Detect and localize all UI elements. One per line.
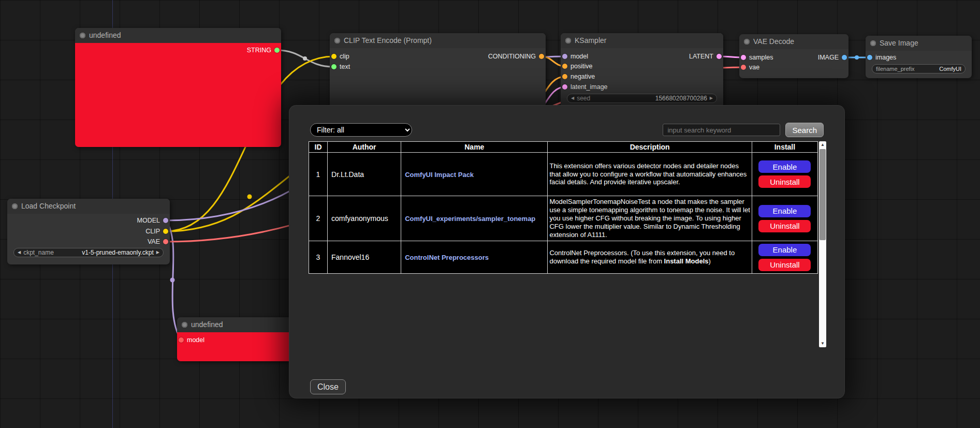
close-button[interactable]: Close <box>310 379 346 394</box>
search-button[interactable]: Search <box>785 123 824 137</box>
node-save-image[interactable]: Save Image images filename_prefix ComfyU… <box>866 36 972 78</box>
node-title: VAE Decode <box>753 37 794 46</box>
output-dot-conditioning[interactable] <box>539 54 544 59</box>
seed-widget[interactable]: ◀ seed 156680208700286 ▶ <box>567 94 717 103</box>
extension-table: ID Author Name Description Install 1 Dr.… <box>309 141 818 274</box>
output-dot-image[interactable] <box>842 55 847 60</box>
input-dot-images[interactable] <box>867 55 872 60</box>
table-row: 1 Dr.Lt.Data ComfyUI Impact Pack This ex… <box>309 153 818 196</box>
input-dot-negative[interactable] <box>562 74 567 79</box>
output-dot-model[interactable] <box>163 218 168 223</box>
widget-label: ckpt_name <box>23 249 54 256</box>
filename-prefix-widget[interactable]: filename_prefix ComfyUI <box>872 64 966 73</box>
ckpt-name-widget[interactable]: ◀ ckpt_name v1-5-pruned-emaonly.ckpt ▶ <box>13 248 164 257</box>
increment-arrow-icon[interactable]: ▶ <box>710 96 713 100</box>
enable-button[interactable]: Enable <box>758 160 811 173</box>
node-vae-decode[interactable]: VAE Decode samples vae IMAGE <box>739 34 849 78</box>
slot-label: VAE <box>148 238 160 245</box>
output-slot-vae[interactable]: VAE <box>148 237 168 246</box>
input-dot-text[interactable] <box>331 64 337 69</box>
slot-label: vae <box>749 64 759 71</box>
extension-author: comfyanonymous <box>328 196 401 241</box>
header-install: Install <box>752 142 817 153</box>
extension-id: 3 <box>309 241 328 274</box>
node-title-bar[interactable]: Load Checkpoint <box>7 199 170 214</box>
node-title-bar[interactable]: VAE Decode <box>739 34 849 49</box>
input-slot-clip[interactable]: clip <box>331 52 349 61</box>
header-name: Name <box>401 142 548 153</box>
input-slot-vae[interactable]: vae <box>741 63 759 72</box>
input-dot-vae[interactable] <box>741 65 746 70</box>
scrollbar[interactable]: ▲ ▼ <box>819 141 826 347</box>
input-dot-samples[interactable] <box>741 55 746 60</box>
node-ksampler[interactable]: KSampler model positive negative latent_… <box>561 33 723 108</box>
collapse-dot-icon[interactable] <box>12 203 18 209</box>
node-title-bar[interactable]: CLIP Text Encode (Prompt) <box>330 33 546 48</box>
extension-description: ModelSamplerTonemapNoiseTest a node that… <box>548 196 752 241</box>
output-slot-latent[interactable]: LATENT <box>689 52 722 61</box>
search-input[interactable] <box>663 124 780 136</box>
input-slot-negative[interactable]: negative <box>562 72 595 81</box>
node-undefined-top[interactable]: undefined STRING <box>75 28 281 147</box>
node-canvas[interactable]: undefined STRING CLIP Text Encode (Promp… <box>0 0 980 428</box>
extension-description: ControlNet Preprocessors. (To use this e… <box>548 241 752 274</box>
scrollbar-thumb[interactable] <box>820 149 826 240</box>
wire-dot <box>855 55 859 60</box>
collapse-dot-icon[interactable] <box>565 38 571 43</box>
collapse-dot-icon[interactable] <box>744 39 750 45</box>
input-slot-positive[interactable]: positive <box>562 62 592 71</box>
input-slot-latent-image[interactable]: latent_image <box>562 82 608 92</box>
prev-arrow-icon[interactable]: ◀ <box>18 250 21 255</box>
collapse-dot-icon[interactable] <box>334 38 340 43</box>
output-dot-string[interactable] <box>274 48 280 53</box>
widget-label: filename_prefix <box>876 66 915 72</box>
enable-button[interactable]: Enable <box>758 205 811 217</box>
output-dot-vae[interactable] <box>163 239 168 244</box>
node-title-bar[interactable]: Save Image <box>866 36 972 51</box>
scroll-up-icon[interactable]: ▲ <box>819 141 826 149</box>
widget-value: 156680208700286 <box>655 95 707 102</box>
filter-select[interactable]: Filter: all <box>310 123 412 137</box>
uninstall-button[interactable]: Uninstall <box>758 220 811 232</box>
enable-button[interactable]: Enable <box>758 244 811 256</box>
widget-label: seed <box>577 95 590 102</box>
node-title-bar[interactable]: KSampler <box>561 33 723 48</box>
slot-label: text <box>340 63 350 70</box>
decrement-arrow-icon[interactable]: ◀ <box>571 96 574 100</box>
collapse-dot-icon[interactable] <box>182 322 187 328</box>
extension-link[interactable]: ComfyUI_experiments/sampler_tonemap <box>405 215 535 223</box>
slot-label: clip <box>340 53 349 60</box>
node-clip-text-encode[interactable]: CLIP Text Encode (Prompt) clip text COND… <box>330 33 546 111</box>
node-title-bar[interactable]: undefined <box>75 28 281 43</box>
collapse-dot-icon[interactable] <box>80 33 85 38</box>
input-dot-clip[interactable] <box>331 54 337 59</box>
input-dot-model[interactable] <box>179 337 184 343</box>
input-dot-positive[interactable] <box>562 64 567 69</box>
widget-value: ComfyUI <box>939 66 961 72</box>
output-dot-latent[interactable] <box>716 54 722 59</box>
input-slot-text[interactable]: text <box>331 62 350 71</box>
input-dot-latent-image[interactable] <box>562 84 567 90</box>
extension-link[interactable]: ComfyUI Impact Pack <box>405 171 474 179</box>
extension-link[interactable]: ControlNet Preprocessors <box>405 254 489 261</box>
uninstall-button[interactable]: Uninstall <box>758 175 811 188</box>
scroll-down-icon[interactable]: ▼ <box>819 340 826 347</box>
input-slot-model[interactable]: model <box>179 335 204 345</box>
input-slot-samples[interactable]: samples <box>741 53 773 62</box>
node-title: undefined <box>191 320 223 329</box>
slot-label: MODEL <box>137 217 160 224</box>
node-load-checkpoint[interactable]: Load Checkpoint MODEL CLIP VAE ◀ ckpt_na… <box>7 199 170 264</box>
output-dot-clip[interactable] <box>163 229 168 234</box>
output-slot-clip[interactable]: CLIP <box>145 227 168 236</box>
output-slot-image[interactable]: IMAGE <box>818 53 847 62</box>
uninstall-button[interactable]: Uninstall <box>758 259 811 271</box>
collapse-dot-icon[interactable] <box>870 40 876 46</box>
output-slot-string[interactable]: STRING <box>247 46 280 55</box>
header-author: Author <box>328 142 401 153</box>
input-slot-images[interactable]: images <box>867 53 896 62</box>
next-arrow-icon[interactable]: ▶ <box>156 250 159 255</box>
input-dot-model[interactable] <box>562 54 567 59</box>
output-slot-model[interactable]: MODEL <box>137 216 168 225</box>
input-slot-model[interactable]: model <box>562 52 588 61</box>
output-slot-conditioning[interactable]: CONDITIONING <box>488 52 544 61</box>
